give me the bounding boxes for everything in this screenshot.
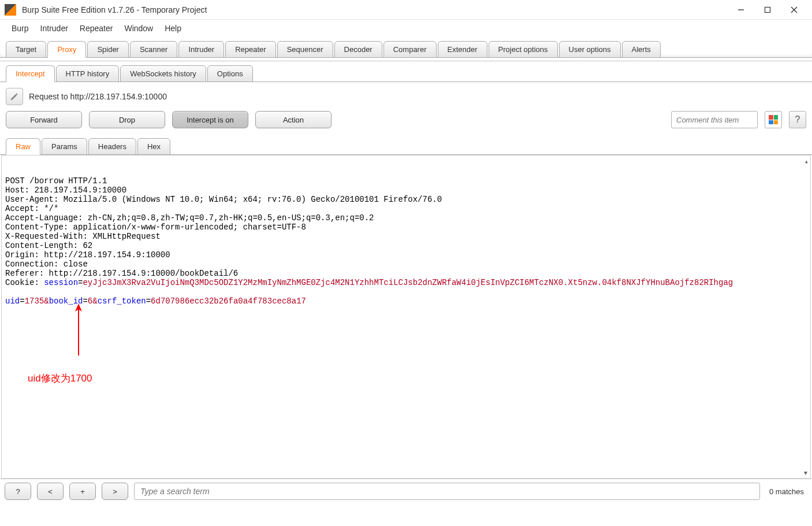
editor-tab-hex[interactable]: Hex <box>137 138 170 155</box>
tab-decoder[interactable]: Decoder <box>334 41 382 58</box>
search-input[interactable] <box>134 483 760 500</box>
tab-user-options[interactable]: User options <box>559 41 621 58</box>
scroll-up-icon[interactable]: ▴ <box>804 157 809 166</box>
match-count: 0 matches <box>766 487 807 496</box>
editor-tab-headers[interactable]: Headers <box>88 138 136 155</box>
tab-intruder[interactable]: Intruder <box>178 41 224 58</box>
title-bar: Burp Suite Free Edition v1.7.26 - Tempor… <box>0 0 812 20</box>
subtab-options[interactable]: Options <box>207 65 253 82</box>
tab-extender[interactable]: Extender <box>438 41 487 58</box>
search-prev-button[interactable]: < <box>37 483 64 500</box>
help-button[interactable]: ? <box>789 111 806 128</box>
action-button[interactable]: Action <box>255 111 331 128</box>
action-buttons-row: Forward Drop Intercept is on Action ? <box>0 109 812 133</box>
editor-tab-params[interactable]: Params <box>42 138 87 155</box>
raw-request-editor[interactable]: POST /borrow HTTP/1.1 Host: 218.197.154.… <box>1 155 811 479</box>
drop-button[interactable]: Drop <box>89 111 165 128</box>
app-icon <box>5 4 16 16</box>
menu-intruder[interactable]: Intruder <box>36 21 73 35</box>
tab-project-options[interactable]: Project options <box>489 41 558 58</box>
main-tabs: Target Proxy Spider Scanner Intruder Rep… <box>0 37 812 58</box>
search-help-button[interactable]: ? <box>5 483 31 500</box>
menu-burp[interactable]: Burp <box>7 21 33 35</box>
scroll-down-icon[interactable]: ▾ <box>804 469 807 477</box>
close-button[interactable] <box>781 0 807 20</box>
editor-tabs: Raw Params Headers Hex <box>0 133 812 155</box>
search-add-button[interactable]: + <box>69 483 96 500</box>
tab-comparer[interactable]: Comparer <box>383 41 437 58</box>
editor-tab-raw[interactable]: Raw <box>6 138 40 155</box>
minimize-button[interactable] <box>728 0 754 20</box>
tab-sequencer[interactable]: Sequencer <box>277 41 333 58</box>
menu-repeater[interactable]: Repeater <box>75 21 118 35</box>
forward-button[interactable]: Forward <box>6 111 82 128</box>
tab-alerts[interactable]: Alerts <box>622 41 661 58</box>
menu-bar: Burp Intruder Repeater Window Help <box>0 20 812 37</box>
proxy-sub-tabs: Intercept HTTP history WebSockets histor… <box>0 61 812 82</box>
tab-repeater[interactable]: Repeater <box>225 41 275 58</box>
annotation-arrow-icon <box>34 294 84 365</box>
tab-proxy[interactable]: Proxy <box>47 41 86 58</box>
svg-rect-1 <box>765 7 770 12</box>
subtab-intercept[interactable]: Intercept <box>6 65 55 82</box>
search-bar: ▾ ? < + > 0 matches <box>0 479 812 503</box>
search-next-button[interactable]: > <box>102 483 128 500</box>
edit-icon[interactable] <box>6 88 23 105</box>
tab-spider[interactable]: Spider <box>87 41 129 58</box>
request-target-label: Request to http://218.197.154.9:10000 <box>29 92 167 101</box>
annotation-text: uid修改为1700 <box>28 374 92 383</box>
request-info-bar: Request to http://218.197.154.9:10000 <box>0 82 812 109</box>
tab-target[interactable]: Target <box>6 41 46 58</box>
maximize-button[interactable] <box>754 0 781 20</box>
subtab-websockets-history[interactable]: WebSockets history <box>120 65 206 82</box>
menu-window[interactable]: Window <box>120 21 158 35</box>
subtab-http-history[interactable]: HTTP history <box>56 65 120 82</box>
intercept-toggle[interactable]: Intercept is on <box>172 111 248 128</box>
tab-scanner[interactable]: Scanner <box>130 41 177 58</box>
menu-help[interactable]: Help <box>160 21 186 35</box>
highlight-color-button[interactable] <box>765 111 782 128</box>
window-title: Burp Suite Free Edition v1.7.26 - Tempor… <box>22 5 728 14</box>
comment-input[interactable] <box>671 111 758 128</box>
